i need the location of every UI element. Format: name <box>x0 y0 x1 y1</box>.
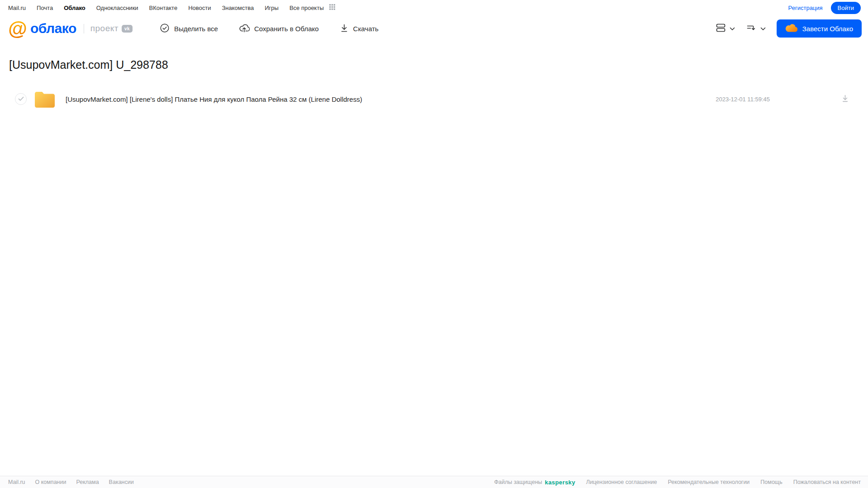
file-row[interactable]: [UsupovMarket.com] [Lirene's dolls] Плат… <box>9 89 859 109</box>
logo-wordmark: облако <box>30 21 76 36</box>
save-to-cloud-button[interactable]: Сохранить в Облако <box>239 23 319 34</box>
page-title: [UsupovMarket.com] U_298788 <box>9 58 859 71</box>
chevron-down-icon <box>760 25 766 32</box>
project-label-text: проект <box>90 24 119 33</box>
sort-icon <box>746 22 757 35</box>
download-icon <box>340 24 349 34</box>
view-controls: Завести Облако <box>715 19 862 38</box>
save-to-cloud-icon <box>239 23 250 34</box>
view-toggle-icon <box>715 22 726 35</box>
portal-nav-item-novosti[interactable]: Новости <box>188 5 211 11</box>
footer-link-ads[interactable]: Реклама <box>76 479 99 485</box>
download-button[interactable]: Скачать <box>340 24 379 34</box>
portal-top-bar: Mail.ru Почта Облако Одноклассники ВКонт… <box>0 0 868 15</box>
portal-nav-item-mailru[interactable]: Mail.ru <box>8 5 26 11</box>
cloud-logo[interactable]: @ облако проект vk <box>8 19 133 38</box>
file-download-button[interactable] <box>841 94 849 104</box>
app-header-bar: @ облако проект vk Выделить все <box>0 15 868 42</box>
portal-nav-item-vse-proekty[interactable]: Все проекты <box>289 5 324 11</box>
kaspersky-protected-text: Файлы защищены <box>494 479 542 485</box>
footer-link-recommendation-tech[interactable]: Рекомендательные технологии <box>668 479 749 485</box>
portal-nav-item-igry[interactable]: Игры <box>265 5 279 11</box>
main-content: [UsupovMarket.com] U_298788 [UsupovMarke… <box>0 42 868 476</box>
download-label: Скачать <box>353 25 379 33</box>
checkbox-check-icon <box>18 95 24 103</box>
footer-link-jobs[interactable]: Вакансии <box>109 479 134 485</box>
portal-nav-item-odnoklassniki[interactable]: Одноклассники <box>96 5 138 11</box>
download-icon <box>841 94 849 104</box>
kaspersky-logo[interactable]: kaspersky <box>545 479 575 486</box>
get-cloud-label: Завести Облако <box>802 25 853 33</box>
save-to-cloud-label: Сохранить в Облако <box>254 25 319 33</box>
logo-divider <box>84 24 84 33</box>
view-toggle-button[interactable] <box>715 22 735 35</box>
footer-right-links: Файлы защищены kaspersky Лицензионное со… <box>494 479 861 486</box>
get-cloud-button[interactable]: Завести Облако <box>777 19 862 38</box>
chevron-down-icon <box>730 25 735 32</box>
footer-link-license[interactable]: Лицензионное соглашение <box>586 479 657 485</box>
select-all-label: Выделить все <box>174 25 218 33</box>
footer-link-help[interactable]: Помощь <box>760 479 782 485</box>
portal-nav: Mail.ru Почта Облако Одноклассники ВКонт… <box>8 4 335 11</box>
cloud-icon <box>785 24 797 33</box>
portal-nav-item-oblako[interactable]: Облако <box>64 5 85 11</box>
vk-badge-icon: vk <box>122 25 133 33</box>
select-all-icon <box>160 23 170 34</box>
folder-icon <box>35 91 55 108</box>
file-toolbar: Выделить все Сохранить в Облако Скачать <box>160 23 379 34</box>
footer-link-about[interactable]: О компании <box>35 479 66 485</box>
footer-left-links: Mail.ru О компании Реклама Вакансии <box>8 479 134 485</box>
kaspersky-protection: Файлы защищены kaspersky <box>494 479 575 486</box>
portal-nav-item-znakomstva[interactable]: Знакомства <box>222 5 254 11</box>
registration-link[interactable]: Регистрация <box>788 5 823 11</box>
apps-grid-button[interactable] <box>329 4 335 11</box>
login-button[interactable]: Войти <box>831 2 861 14</box>
portal-nav-item-vkontakte[interactable]: ВКонтакте <box>149 5 178 11</box>
project-label: проект vk <box>90 24 133 33</box>
file-modified-date: 2023-12-01 11:59:45 <box>716 96 770 103</box>
select-all-button[interactable]: Выделить все <box>160 23 218 34</box>
file-row-checkbox[interactable] <box>15 93 27 105</box>
footer-link-mailru[interactable]: Mail.ru <box>8 479 25 485</box>
portal-nav-item-pochta[interactable]: Почта <box>37 5 53 11</box>
apps-grid-icon <box>329 4 335 11</box>
file-name-link[interactable]: [UsupovMarket.com] [Lirene's dolls] Плат… <box>66 95 362 103</box>
sort-button[interactable] <box>746 22 766 35</box>
portal-auth: Регистрация Войти <box>788 2 861 14</box>
footer-link-report-content[interactable]: Пожаловаться на контент <box>793 479 861 485</box>
page-footer: Mail.ru О компании Реклама Вакансии Файл… <box>0 476 868 488</box>
at-logo-icon: @ <box>8 19 27 38</box>
